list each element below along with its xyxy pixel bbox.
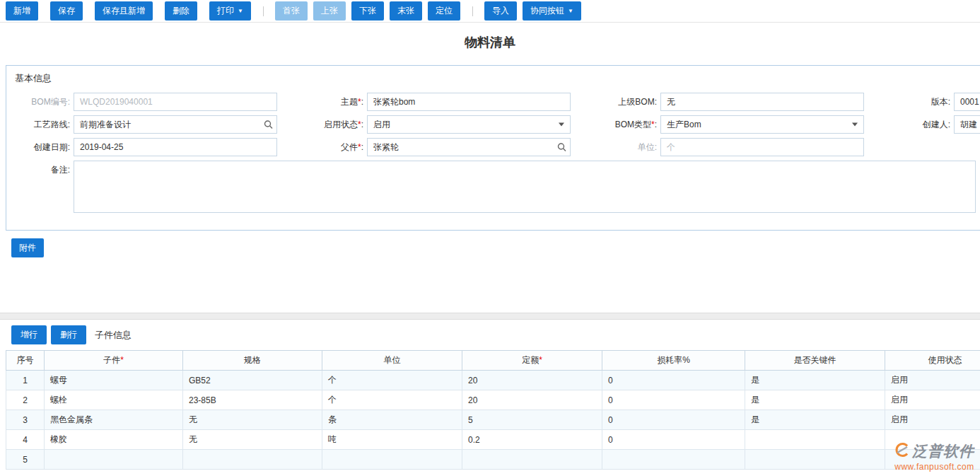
enable-status-select[interactable]: 启用 [367,115,571,134]
save-button[interactable]: 保存 [50,1,83,21]
col-header-subitem: 子件* [45,351,183,371]
cell-subitem[interactable] [45,450,183,470]
cell-unit[interactable]: 吨 [322,430,462,450]
bom-type-select[interactable]: 生产Bom [660,115,864,134]
form-row-remark: 备注: [6,161,980,213]
cell-loss-rate[interactable]: 0 [602,430,745,450]
attachment-section: 附件 [0,231,980,313]
last-record-button[interactable]: 末张 [390,1,422,21]
delete-row-button[interactable]: 删行 [51,325,86,344]
subject-input[interactable]: 张紧轮bom [367,93,571,111]
cell-key-part[interactable] [745,430,885,450]
cell-loss-rate[interactable]: 0 [602,371,745,390]
print-button[interactable]: 打印 ▼ [209,1,251,21]
table-row[interactable]: 4 橡胶 无 吨 0.2 0 [6,430,980,450]
process-route-label: 工艺路线: [6,115,74,134]
cell-index: 1 [6,371,45,390]
cell-subitem[interactable]: 螺栓 [45,390,183,410]
cell-quota[interactable]: 20 [462,390,602,410]
cell-use-status[interactable] [885,450,980,470]
search-icon[interactable] [557,143,566,152]
delete-button[interactable]: 删除 [165,1,197,21]
caret-down-icon: ▼ [238,8,243,14]
cell-use-status[interactable]: 启用 [885,410,980,430]
cell-quota[interactable] [462,450,602,470]
cell-subitem[interactable]: 螺母 [45,371,183,390]
creator-input[interactable]: 胡建 [954,115,980,134]
cell-key-part[interactable]: 是 [745,410,885,430]
cell-quota[interactable]: 5 [462,410,602,430]
caret-down-icon: ▼ [568,8,573,14]
form-row-3: 创建日期: 2019-04-25 父件*: 张紧轮 单位: 个 [6,138,980,156]
cell-loss-rate[interactable]: 0 [602,410,745,430]
table-row[interactable]: 3 黑色金属条 无 条 5 0 是 启用 [6,410,980,430]
parent-bom-label: 上级BOM: [571,93,660,111]
caret-down-icon[interactable] [559,123,564,127]
attachment-button[interactable]: 附件 [11,238,44,257]
cell-unit[interactable] [322,450,462,470]
prev-record-button[interactable]: 上张 [313,1,346,21]
caret-down-icon[interactable] [852,123,858,127]
create-date-input[interactable]: 2019-04-25 [74,138,277,156]
cell-index: 4 [6,430,45,450]
col-header-index: 序号 [6,351,45,371]
parent-part-input[interactable]: 张紧轮 [367,138,571,156]
import-button[interactable]: 导入 [484,1,517,21]
unit-input[interactable]: 个 [660,138,864,156]
section-divider [0,313,980,320]
process-route-input[interactable]: 前期准备设计 [74,115,277,134]
remark-label: 备注: [6,161,74,179]
first-record-button[interactable]: 首张 [275,1,308,21]
locate-button[interactable]: 定位 [428,1,460,21]
parent-bom-input[interactable]: 无 [660,93,864,111]
cell-loss-rate[interactable]: 0 [602,390,745,410]
create-date-label: 创建日期: [6,138,74,156]
cell-use-status[interactable]: 启用 [885,390,980,410]
cell-subitem[interactable]: 橡胶 [45,430,183,450]
search-icon[interactable] [264,120,273,129]
version-input[interactable]: 0001 [954,93,980,111]
form-row-1: BOM编号: WLQD2019040001 主题*: 张紧轮bom 上级BOM:… [6,93,980,111]
bom-no-label: BOM编号: [6,93,74,111]
cell-key-part[interactable]: 是 [745,371,885,390]
version-label: 版本: [864,93,954,111]
cell-index: 3 [6,410,45,430]
cell-subitem[interactable]: 黑色金属条 [45,410,183,430]
col-header-unit: 单位 [322,351,462,371]
cell-unit[interactable]: 个 [322,371,462,390]
cell-key-part[interactable]: 是 [745,390,885,410]
cell-key-part[interactable] [745,450,885,470]
cell-quota[interactable]: 0.2 [462,430,602,450]
detail-toolbar: 增行 删行 子件信息 [0,320,980,350]
cell-loss-rate[interactable] [602,450,745,470]
cell-use-status[interactable]: 启用 [885,371,980,390]
subject-label: 主题*: [277,93,367,111]
save-and-new-button[interactable]: 保存且新增 [95,1,153,21]
print-button-label: 打印 [217,5,234,17]
cell-quota[interactable]: 20 [462,371,602,390]
table-row[interactable]: 2 螺栓 23-85B 个 20 0 是 启用 [6,390,980,410]
parent-part-label: 父件*: [277,138,367,156]
basic-info-panel: 基本信息 BOM编号: WLQD2019040001 主题*: 张紧轮bom 上… [6,65,980,231]
remark-textarea[interactable] [74,161,976,213]
page-title: 物料清单 [0,23,980,61]
cell-unit[interactable]: 个 [322,390,462,410]
table-row[interactable]: 5 [6,450,980,470]
cell-spec[interactable]: 23-85B [183,390,322,410]
next-record-button[interactable]: 下张 [351,1,384,21]
table-row[interactable]: 1 螺母 GB52 个 20 0 是 启用 [6,371,980,390]
col-header-loss-rate: 损耗率% [602,351,745,371]
col-header-key-part: 是否关键件 [745,351,885,371]
new-button[interactable]: 新增 [6,1,38,21]
cell-spec[interactable]: GB52 [183,371,322,390]
cell-index: 5 [6,450,45,470]
cell-use-status[interactable] [885,430,980,450]
collaboration-button-label: 协同按钮 [530,5,564,17]
cell-spec[interactable]: 无 [183,410,322,430]
bom-no-input[interactable]: WLQD2019040001 [74,93,277,111]
cell-spec[interactable] [183,450,322,470]
add-row-button[interactable]: 增行 [11,325,47,344]
cell-spec[interactable]: 无 [183,430,322,450]
collaboration-button[interactable]: 协同按钮 ▼ [523,1,581,21]
cell-unit[interactable]: 条 [322,410,462,430]
